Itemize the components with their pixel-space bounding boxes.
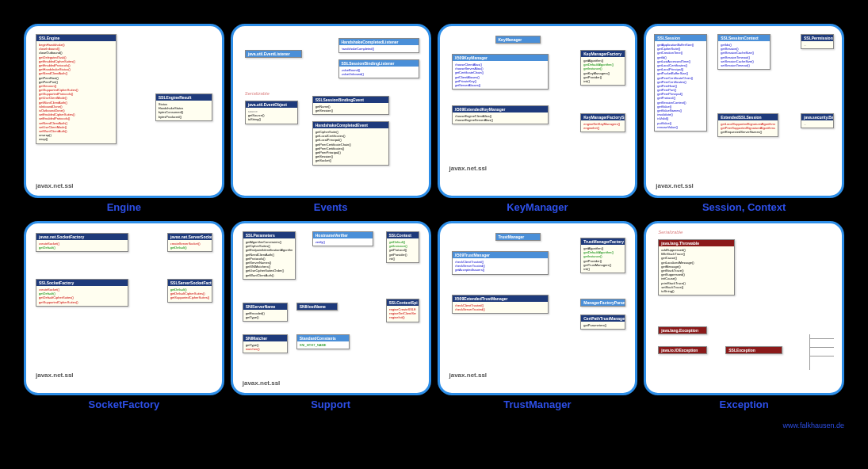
class-cpp: CertPathTrustManagerParametersgetParamet… [580,315,625,330]
panel-trustmgr[interactable]: TrustManager X509TrustManagercheckClient… [438,221,638,395]
iface-xkm: X509KeyManagerchooseClientAlias()chooseS… [452,54,549,90]
class-snimatcher: SNIMatchergetType()matches() [243,334,288,353]
package-label: javax.net.ssl [656,182,694,189]
footer-link[interactable]: www.falkhausen.de [0,420,868,431]
class-sniservername: SNIServerNamegetEncoded()getType() [243,303,288,322]
iface-sbl: SSLSessionBindingListenervalueBound()val… [338,59,419,78]
class-sslctxspi: SSLContextSpiengineCreateSSLEngine()engi… [386,299,419,322]
label-engine: Engine [107,201,141,213]
class-stdconst: StandardConstantsSNI_HOST_NAME [296,334,350,349]
iface-eventlistener: java.util.EventListener [245,50,302,58]
class-snihost: SNIHostName [296,303,338,311]
class-extsession: ExtendedSSLSessiongetLocalSupportedSigna… [717,113,778,137]
cell-exception: Serializable java.lang.ThrowableaddSuppr… [644,221,844,412]
iface-hcl: HandshakeCompletedListenerhandshakeCompl… [338,38,419,53]
class-sbe: SSLSessionBindingEventgetName()getSessio… [312,96,389,115]
package-label: javax.net.ssl [449,372,488,379]
cell-support: SSLParametersgetAlgorithmConstraints()ge… [231,221,431,412]
label-support: Support [311,398,350,410]
panel-support[interactable]: SSLParametersgetAlgorithmConstraints()ge… [231,221,431,395]
iface-sessionctx: SSLSessionContextgetIds()getSession()get… [717,34,770,70]
panel-engine[interactable]: SSLEngine beginHandshake()closeInbound()… [24,24,224,198]
class-throwable: java.lang.ThrowableaddSuppressed()fillIn… [658,239,735,296]
class-sslexception: SSLException [725,346,782,354]
package-label: javax.net.ssl [36,372,74,379]
sec-label: Serializable [245,91,270,96]
class-tmf: TrustManagerFactorygetAlgorithm()getDefa… [580,238,625,273]
label-events: Events [314,201,348,213]
label-trustmgr: TrustManager [503,398,571,410]
package-label: javax.net.ssl [36,182,74,189]
class-sslparams: SSLParametersgetAlgorithmConstraints()ge… [243,231,296,280]
iface-xtm: X509TrustManagercheckClientTrusted()chec… [452,251,549,275]
panel-exception[interactable]: Serializable java.lang.ThrowableaddSuppr… [644,221,844,395]
sec-label: Serializable [658,230,683,234]
class-sslctx: SSLContextgetDefault()getInstance()getPr… [386,231,419,263]
iface-hostnameverifier: HostnameVerifierverify() [312,231,373,246]
iface-mfp: ManagerFactoryParameters [580,299,625,307]
class-ioexception: java.io.IOException [658,346,707,354]
label-socketfactory: SocketFactory [89,398,160,410]
cell-events: java.util.EventListener HandshakeComplet… [231,24,431,215]
cell-socketfactory: javax.net.SocketFactorycreateSocket()get… [24,221,224,412]
panel-keymgr[interactable]: KeyManager X509KeyManagerchooseClientAli… [438,24,638,198]
class-sslperm: SSLPermission... [801,34,834,49]
label-exception: Exception [720,398,769,410]
class-sslengine: SSLEngine beginHandshake()closeInbound()… [36,34,117,144]
class-hce: HandshakeCompletedEventgetCipherSuite()g… [312,121,389,166]
class-kmfs: KeyManagerFactorySpiengineGetKeyManagers… [580,113,625,132]
class-xekm: X509ExtendedKeyManagerchooseEngineClient… [452,105,549,124]
class-socketfactory: javax.net.SocketFactorycreateSocket()get… [36,233,128,252]
panel-socketfactory[interactable]: javax.net.SocketFactorycreateSocket()get… [24,221,224,395]
cell-engine: SSLEngine beginHandshake()closeInbound()… [24,24,224,215]
label-session: Session, Context [702,201,786,213]
class-bp: java.security.BasicPermission... [801,113,834,128]
package-label: javax.net.ssl [449,165,488,172]
cell-trustmgr: TrustManager X509TrustManagercheckClient… [438,221,638,412]
iface-km: KeyManager [495,36,541,44]
iface-tm: TrustManager [495,233,541,241]
class-sslsocketfactory: SSLSocketFactorycreateSocket()getDefault… [36,279,128,307]
class-serversocketfactory: javax.net.ServerSocketFactorycreateServe… [167,233,212,252]
class-eventobject: java.util.EventObjectsourcegetSource()to… [245,101,298,124]
class-sslengineresult: SSLEngineResult StatusHandshakeStatusbyt… [155,93,212,121]
package-label: javax.net.ssl [243,379,281,387]
cell-session: SSLSessiongetApplicationBufferSize()getC… [644,24,844,215]
iface-sslsession: SSLSessiongetApplicationBufferSize()getC… [654,34,707,132]
panel-events[interactable]: java.util.EventListener HandshakeComplet… [231,24,431,198]
class-kmf: KeyManagerFactorygetAlgorithm()getDefaul… [580,50,625,86]
subclass-tree [809,334,834,370]
class-xetm: X509ExtendedTrustManagercheckClientTrust… [452,295,549,314]
cell-keymgr: KeyManager X509KeyManagerchooseClientAli… [438,24,638,215]
label-keymgr: KeyManager [507,201,568,213]
class-exception: java.lang.Exception [658,326,707,334]
diagram-grid: SSLEngine beginHandshake()closeInbound()… [0,0,868,420]
panel-session[interactable]: SSLSessiongetApplicationBufferSize()getC… [644,24,844,198]
class-sslserversocketfactory: SSLServerSocketFactorygetDefault()getDef… [167,279,212,303]
